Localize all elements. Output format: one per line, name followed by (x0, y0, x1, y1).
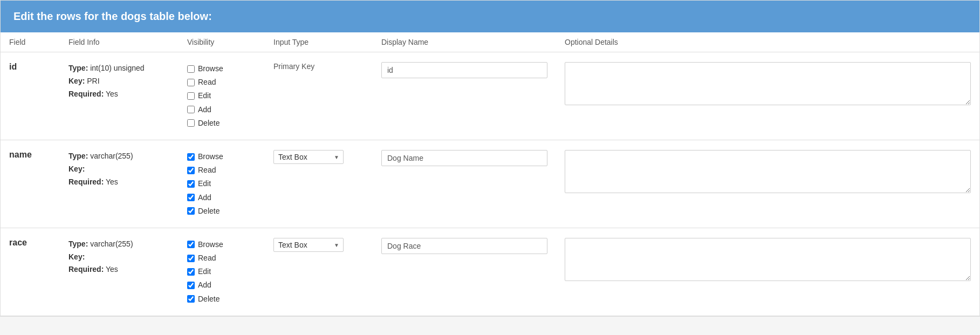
page-wrapper: Edit the rows for the dogs table below: … (0, 0, 980, 317)
checkbox-read[interactable] (187, 167, 195, 174)
visibility-add-item: Add (187, 278, 256, 292)
input-type-race: Text BoxSelectCheckboxRadioTextareaPrima… (265, 228, 373, 316)
visibility-delete-item: Delete (187, 204, 256, 218)
input-type-name: Text BoxSelectCheckboxRadioTextareaPrima… (265, 140, 373, 228)
display-name-input-race[interactable] (381, 238, 547, 254)
table-row: race Type: varchar(255) Key: Required: Y… (1, 228, 979, 316)
checkbox-browse[interactable] (187, 65, 195, 73)
checkbox-delete[interactable] (187, 295, 195, 303)
display-name-input-name[interactable] (381, 150, 547, 166)
visibility-read-item: Read (187, 163, 256, 177)
optional-details-textarea-name[interactable] (565, 150, 971, 193)
visibility-read-item: Read (187, 251, 256, 265)
checkbox-edit[interactable] (187, 92, 195, 100)
col-header-field: Field (1, 32, 60, 52)
checkbox-edit[interactable] (187, 268, 195, 276)
checkbox-read[interactable] (187, 79, 195, 86)
table-row: id Type: int(10) unsigned Key: PRI Requi… (1, 52, 979, 140)
col-header-input-type: Input Type (265, 32, 373, 52)
col-header-optional-details: Optional Details (556, 32, 979, 52)
display-name-id (373, 52, 556, 140)
visibility-read-item: Read (187, 76, 256, 89)
visibility-edit-item: Edit (187, 177, 256, 190)
checkbox-add[interactable] (187, 194, 195, 201)
checkbox-add[interactable] (187, 106, 195, 113)
optional-details-textarea-race[interactable] (565, 238, 971, 281)
optional-details-name (556, 140, 979, 228)
optional-details-textarea-id[interactable] (565, 62, 971, 105)
visibility-browse-item: Browse (187, 238, 256, 251)
visibility-delete-item: Delete (187, 117, 256, 130)
field-name-race: race (1, 228, 60, 316)
checkbox-read[interactable] (187, 255, 195, 262)
checkbox-delete[interactable] (187, 119, 195, 127)
display-name-race (373, 228, 556, 316)
field-info-race: Type: varchar(255) Key: Required: Yes (60, 228, 179, 316)
checkbox-add[interactable] (187, 282, 195, 289)
visibility-name: BrowseReadEditAddDelete (179, 140, 265, 228)
display-name-input-id[interactable] (381, 62, 547, 78)
col-header-visibility: Visibility (179, 32, 265, 52)
field-info-name: Type: varchar(255) Key: Required: Yes (60, 140, 179, 228)
checkbox-delete[interactable] (187, 207, 195, 215)
visibility-edit-item: Edit (187, 89, 256, 102)
header-bar: Edit the rows for the dogs table below: (1, 1, 979, 32)
checkbox-browse[interactable] (187, 153, 195, 161)
visibility-browse-item: Browse (187, 150, 256, 163)
optional-details-id (556, 52, 979, 140)
checkbox-edit[interactable] (187, 180, 195, 188)
visibility-add-item: Add (187, 103, 256, 117)
field-name-name: name (1, 140, 60, 228)
checkbox-browse[interactable] (187, 241, 195, 248)
input-type-id: Primary Key (265, 52, 373, 140)
visibility-edit-item: Edit (187, 265, 256, 278)
dogs-table: Field Field Info Visibility Input Type D… (1, 32, 979, 316)
field-name-id: id (1, 52, 60, 140)
primary-key-label: Primary Key (273, 62, 314, 71)
input-type-select-race[interactable]: Text BoxSelectCheckboxRadioTextareaPrima… (273, 238, 344, 252)
table-row: name Type: varchar(255) Key: Required: Y… (1, 140, 979, 228)
field-info-id: Type: int(10) unsigned Key: PRI Required… (60, 52, 179, 140)
visibility-delete-item: Delete (187, 292, 256, 306)
col-header-display-name: Display Name (373, 32, 556, 52)
visibility-add-item: Add (187, 191, 256, 204)
display-name-name (373, 140, 556, 228)
input-type-select-name[interactable]: Text BoxSelectCheckboxRadioTextareaPrima… (273, 150, 344, 164)
optional-details-race (556, 228, 979, 316)
visibility-browse-item: Browse (187, 62, 256, 76)
page-title: Edit the rows for the dogs table below: (13, 10, 967, 23)
visibility-id: BrowseReadEditAddDelete (179, 52, 265, 140)
col-header-field-info: Field Info (60, 32, 179, 52)
visibility-race: BrowseReadEditAddDelete (179, 228, 265, 316)
